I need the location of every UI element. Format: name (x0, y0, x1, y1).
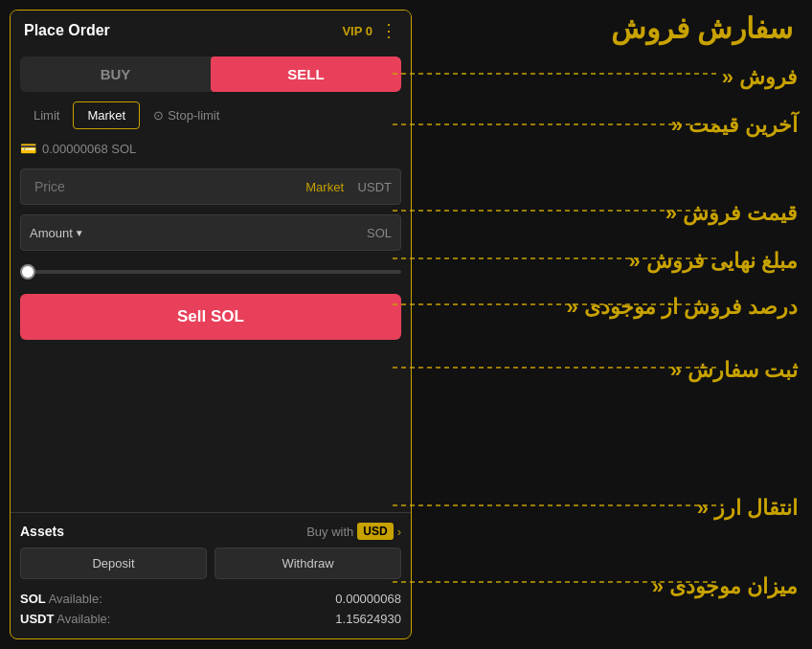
arrow-sell-percent: » (566, 295, 577, 320)
label-balance: میزان موجودی (669, 574, 798, 599)
withdraw-button[interactable]: Withdraw (214, 548, 401, 579)
dashed-lines-svg (412, 0, 812, 649)
assets-action-row: Deposit Withdraw (20, 548, 401, 579)
annotation-sell-price: » قیمت فروش (665, 201, 798, 226)
tab-bar: BUY SELL (20, 56, 401, 92)
assets-header: Assets Buy with USD › (20, 523, 401, 540)
annotation-price: » آخرین قیمت (671, 113, 798, 138)
annotation-balance: » میزان موجودی (652, 574, 798, 599)
annotation-confirm: » ثبت سفارش (670, 358, 798, 383)
amount-input-group: Amount ▼ SOL (20, 214, 401, 251)
amount-input[interactable] (20, 214, 401, 251)
slider-row (20, 260, 401, 278)
price-input[interactable] (20, 168, 401, 205)
arrow-sell-amount: » (629, 249, 641, 274)
left-panel: Place Order VIP 0 ⋮ BUY SELL Limit Marke… (10, 10, 412, 639)
stop-limit-btn[interactable]: ⊙ Stop-limit (140, 102, 233, 128)
sol-label: SOL Available: (20, 592, 102, 606)
order-type-row: Limit Market ⊙ Stop-limit (11, 101, 411, 137)
arrow-transfer: » (697, 496, 709, 521)
arrow-confirm: » (670, 358, 682, 383)
menu-icon[interactable]: ⋮ (380, 20, 397, 41)
assets-section: Assets Buy with USD › Deposit Withdraw S… (11, 512, 411, 638)
label-sell-percent: درصد فروش از موجودی (584, 295, 798, 320)
label-price: آخرین قیمت (688, 113, 798, 138)
usdt-label: USDT Available: (20, 612, 110, 626)
stop-limit-label: Stop-limit (168, 108, 219, 123)
label-sell-price: قیمت فروش (683, 201, 798, 226)
buy-tab[interactable]: BUY (20, 56, 211, 92)
buy-with-label: Buy with (306, 525, 353, 539)
usdt-balance-row: USDT Available: 1.15624930 (20, 609, 401, 629)
vip-text: VIP 0 (342, 24, 372, 38)
sol-value: 0.00000068 (335, 592, 401, 606)
balance-value: 0.00000068 SOL (42, 142, 136, 156)
arrow-balance: » (652, 574, 664, 599)
label-confirm: ثبت سفارش (688, 358, 798, 383)
usdt-value: 1.15624930 (335, 612, 401, 626)
panel-header: Place Order VIP 0 ⋮ (11, 11, 411, 51)
assets-title: Assets (20, 524, 64, 539)
label-sell: فروش (739, 65, 798, 90)
annotation-sell-percent: » درصد فروش از موجودی (566, 295, 798, 320)
percentage-slider[interactable] (20, 270, 401, 274)
main-container: Place Order VIP 0 ⋮ BUY SELL Limit Marke… (0, 0, 812, 649)
arrow-sell: » (722, 65, 733, 90)
layout: Place Order VIP 0 ⋮ BUY SELL Limit Marke… (0, 0, 812, 649)
arrow-price: » (671, 113, 683, 138)
spacer (11, 351, 411, 512)
price-input-group: Market USDT (20, 168, 401, 205)
buy-with-currency: USD (357, 523, 393, 540)
vip-badge: VIP 0 ⋮ (342, 20, 397, 41)
annotation-sell: » فروش (722, 65, 798, 90)
deposit-button[interactable]: Deposit (20, 548, 207, 579)
sell-sol-button[interactable]: Sell SOL (20, 294, 401, 340)
stop-icon: ⊙ (153, 108, 164, 123)
balance-row: 💳 0.00000068 SOL (11, 137, 411, 164)
right-panel: سفارش فروش » فروش » آخرین قیمت » قیمت فر… (412, 0, 812, 649)
annotation-transfer: » انتقال ارز (697, 496, 798, 521)
label-transfer: انتقال ارز (714, 496, 798, 521)
limit-btn[interactable]: Limit (20, 102, 73, 128)
sell-tab[interactable]: SELL (211, 56, 401, 92)
sol-balance-row: SOL Available: 0.00000068 (20, 589, 401, 609)
panel-title: Place Order (24, 22, 110, 39)
annotation-sell-amount: » مبلغ نهایی فروش (629, 249, 798, 274)
credit-card-icon: 💳 (20, 141, 36, 156)
market-btn[interactable]: Market (73, 101, 140, 129)
buy-with: Buy with USD › (306, 523, 401, 540)
arrow-sell-price: » (665, 201, 677, 226)
buy-with-chevron[interactable]: › (397, 525, 401, 539)
page-title: سفارش فروش (611, 11, 793, 45)
label-sell-amount: مبلغ نهایی فروش (646, 249, 798, 274)
balance-table: SOL Available: 0.00000068 USDT Available… (20, 589, 401, 629)
